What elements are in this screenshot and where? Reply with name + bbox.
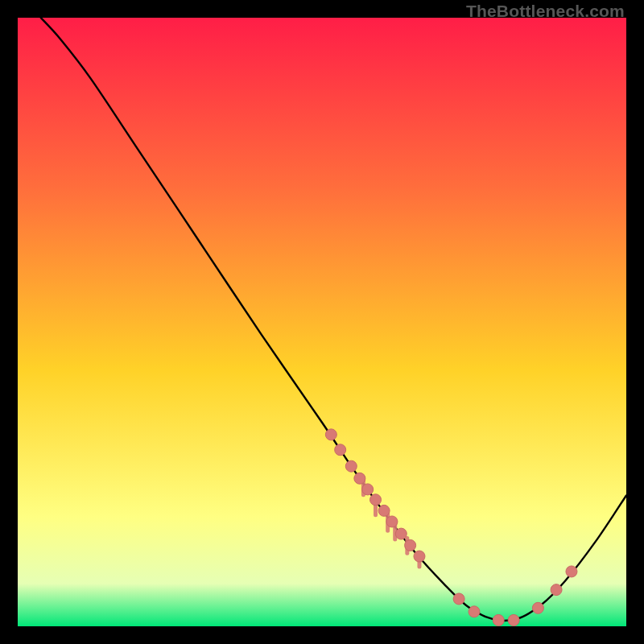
data-marker	[551, 584, 562, 596]
data-marker	[378, 505, 390, 516]
data-marker	[325, 429, 336, 440]
data-marker	[386, 516, 398, 527]
data-marker	[405, 539, 416, 551]
data-marker	[354, 473, 365, 484]
data-marker	[508, 614, 519, 625]
gradient-background	[18, 18, 626, 626]
data-marker	[395, 528, 407, 539]
data-marker	[414, 551, 425, 562]
data-marker	[362, 484, 374, 495]
chart-frame	[18, 18, 626, 626]
data-marker	[493, 614, 504, 625]
data-marker	[469, 606, 480, 617]
data-marker	[370, 494, 382, 506]
bottleneck-chart	[18, 18, 626, 626]
data-marker	[532, 602, 543, 613]
data-marker	[345, 460, 357, 472]
data-marker	[566, 566, 577, 577]
data-marker	[453, 593, 464, 605]
data-marker	[335, 444, 346, 456]
watermark-text: TheBottleneck.com	[466, 2, 625, 21]
